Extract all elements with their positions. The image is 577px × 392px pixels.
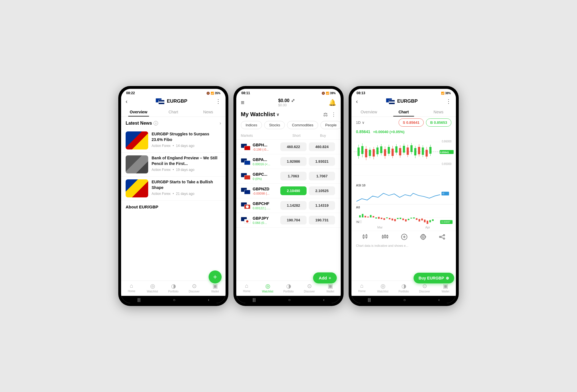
buy-btn-3[interactable]: 2.10525 (309, 186, 335, 195)
nav-home-2[interactable]: ⌂ Home (236, 283, 257, 293)
gesture-home-2[interactable]: ○ (288, 298, 290, 302)
nav-discover-3[interactable]: ⊙ Discover (414, 283, 435, 293)
short-btn-2[interactable]: 1.7063 (280, 172, 307, 180)
svg-rect-83 (432, 219, 434, 221)
gesture-menu[interactable]: ||| (137, 298, 141, 302)
chevron-right-icon[interactable]: › (220, 121, 221, 126)
watchlist-title: My Watchlist ∨ (241, 111, 279, 118)
short-btn-5[interactable]: 190.704 (280, 216, 307, 224)
tab-chart-3[interactable]: Chart (386, 107, 421, 116)
share-btn[interactable] (439, 234, 445, 240)
nav-wallet-2[interactable]: ▣ Wallet (320, 283, 341, 293)
market-info-3: GBPNZD -0.00098 {... (241, 187, 279, 195)
buy-button[interactable]: B 0.85653 (426, 118, 451, 127)
buy-btn-4[interactable]: 1.14319 (309, 201, 335, 210)
short-btn-1[interactable]: 1.92986 (280, 157, 307, 166)
more-button-3[interactable]: ⋮ (446, 98, 451, 105)
svg-rect-25 (392, 149, 394, 156)
pill-indices[interactable]: Indices (241, 121, 262, 129)
gesture-back-3[interactable]: ‹ (438, 298, 440, 302)
add-indicator-btn[interactable] (401, 234, 407, 240)
add-button[interactable]: Add + (313, 272, 337, 283)
tab-chart-1[interactable]: Chart (156, 107, 191, 116)
tab-news-1[interactable]: News (191, 107, 226, 116)
wl-actions: ⚖ ⋮ (323, 111, 336, 118)
news-item-3[interactable]: EURGBP Starts to Take a Bullish Shape Ac… (121, 177, 226, 201)
fab-button-1[interactable]: + (209, 270, 222, 283)
tab-overview-3[interactable]: Overview (351, 107, 386, 116)
short-btn-4[interactable]: 1.14282 (280, 201, 307, 210)
nav-watchlist-1[interactable]: ◎ Watchlist (142, 283, 163, 293)
short-btn-3[interactable]: 2.10490 (280, 186, 307, 195)
svg-rect-57 (362, 214, 364, 217)
nav-portfolio-1[interactable]: ◑ Portfolio (163, 283, 184, 293)
status-icons-2: 🔕 📶 39% (322, 92, 336, 95)
hamburger-icon[interactable]: ≡ (241, 99, 244, 106)
nav-home-label-2: Home (243, 290, 251, 293)
svg-rect-15 (373, 149, 375, 157)
nav-watchlist-2[interactable]: ◎ Watchlist (257, 283, 278, 293)
gesture-back-2[interactable]: ‹ (323, 298, 325, 302)
gesture-menu-3[interactable]: ||| (368, 298, 371, 302)
market-row-5[interactable]: GBPJPY 0.066 (0… 190.704 190.731 (236, 213, 341, 228)
gesture-home[interactable]: ○ (173, 298, 175, 302)
market-row-4[interactable]: GBPCHF 0.00122 [..… 1.14282 1.14319 (236, 198, 341, 213)
short-btn-0[interactable]: 460.622 (280, 142, 307, 151)
news-item-1[interactable]: EURGBP Struggles to Surpass 23.6% Fibo A… (121, 129, 226, 153)
tab-news-3[interactable]: News (421, 107, 456, 116)
news-item-2[interactable]: Bank of England Preview – We Still Penci… (121, 153, 226, 177)
settings-btn[interactable] (420, 234, 426, 240)
nav-wallet-label-3: Wallet (442, 290, 449, 293)
candlestick-chart[interactable]: 0.86000 0.85500 0.85000 0.85641 (351, 136, 456, 182)
svg-rect-19 (380, 146, 383, 153)
home-icon-2: ⌂ (245, 283, 248, 289)
pill-people[interactable]: People (320, 121, 341, 129)
market-row-0[interactable]: GBPH... -0.198 {-0... 460.622 460.824 (236, 140, 341, 154)
expand-icon[interactable]: ⤢ (291, 98, 295, 103)
buy-eurgbp-button[interactable]: Buy EURGBP ⊕ (414, 273, 454, 283)
period-selector[interactable]: 1D ∨ (356, 120, 365, 125)
more-dots[interactable]: ⋮ (331, 111, 336, 118)
svg-rect-91 (366, 235, 367, 238)
bell-icon[interactable]: 🔔 (329, 99, 336, 106)
svg-rect-58 (364, 216, 366, 217)
nav-discover-1[interactable]: ⊙ Discover (184, 283, 205, 293)
svg-rect-31 (403, 146, 405, 153)
more-button-1[interactable]: ⋮ (215, 98, 221, 105)
buy-btn-5[interactable]: 190.731 (309, 216, 335, 224)
market-row-1[interactable]: GBPA... 0.00016 (<... 1.92986 1.93021 (236, 154, 341, 169)
nav-watchlist-3[interactable]: ◎ Watchlist (372, 283, 393, 293)
gesture-home-3[interactable]: ○ (403, 298, 406, 302)
phone-chart: 08:13 📶 38% ‹ EURGBP ⋮ Overview Chart Ne… (349, 86, 459, 306)
nav-wallet-3[interactable]: ▣ Wallet (435, 283, 456, 293)
svg-rect-17 (376, 147, 379, 154)
nav-discover-2[interactable]: ⊙ Discover (299, 283, 320, 293)
svg-text:0.85000: 0.85000 (442, 162, 452, 166)
nav-wallet-1[interactable]: ▣ Wallet (205, 283, 226, 293)
filter-icon[interactable]: ⚖ (323, 111, 328, 118)
gesture-back[interactable]: ‹ (208, 298, 209, 302)
tab-overview-1[interactable]: Overview (121, 107, 156, 116)
pill-commodities[interactable]: Commodities (287, 121, 318, 129)
nav-portfolio-3[interactable]: ◑ Portfolio (393, 283, 414, 293)
nav-home-1[interactable]: ⌂ Home (121, 283, 142, 293)
buy-btn-1[interactable]: 1.93021 (309, 157, 335, 166)
back-button-3[interactable]: ‹ (356, 98, 358, 105)
candle-type-btn[interactable] (362, 234, 369, 240)
pill-stocks[interactable]: Stocks (264, 121, 285, 129)
gesture-menu-2[interactable]: ||| (253, 298, 256, 302)
market-row-2[interactable]: GBPC... 0 (0%) 1.7063 1.7067 (236, 169, 341, 184)
market-row-3[interactable]: GBPNZD -0.00098 {... 2.10490 2.10525 (236, 184, 341, 198)
watchlist-chevron[interactable]: ∨ (276, 112, 279, 117)
nav-home-3[interactable]: ⌂ Home (351, 283, 372, 293)
sell-button[interactable]: S 0.85641 (399, 118, 424, 127)
svg-rect-94 (382, 236, 383, 238)
back-button-1[interactable]: ‹ (126, 98, 128, 105)
info-icon[interactable]: i (154, 121, 158, 125)
buy-btn-0[interactable]: 460.824 (309, 142, 335, 151)
nav-portfolio-2[interactable]: ◑ Portfolio (278, 283, 299, 293)
indicator-btn[interactable] (382, 234, 388, 240)
about-section: About EUR/GBP (121, 201, 226, 215)
svg-rect-64 (381, 218, 383, 219)
buy-btn-2[interactable]: 1.7067 (309, 172, 335, 180)
